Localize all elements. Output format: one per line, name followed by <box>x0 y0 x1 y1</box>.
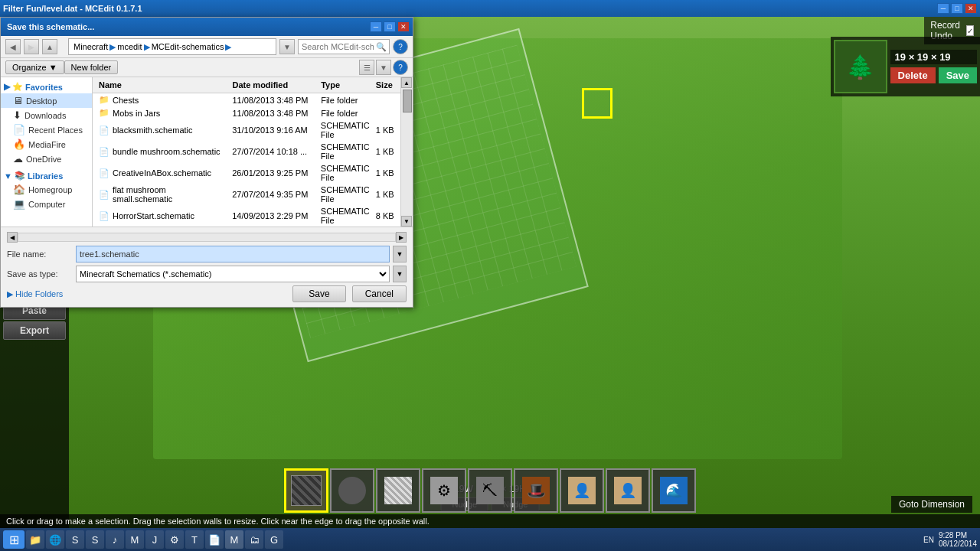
savetype-arrow[interactable]: ▼ <box>393 266 407 282</box>
breadcrumb-arrow[interactable]: ▼ <box>279 39 295 54</box>
file-row-date: 26/01/2013 9:25 PM <box>229 168 318 178</box>
start-button[interactable]: ⊞ <box>3 530 24 549</box>
col-name[interactable]: Name <box>93 79 229 91</box>
view-help[interactable]: ? <box>393 60 408 75</box>
hud-actions: Delete Save <box>890 67 977 83</box>
minimize-button[interactable]: ─ <box>937 3 949 14</box>
hud-delete-button[interactable]: Delete <box>890 67 936 83</box>
back-button[interactable]: ◀ <box>5 39 21 54</box>
hscroll-left[interactable]: ◀ <box>7 232 18 243</box>
taskbar-app4[interactable]: T <box>185 530 204 549</box>
hotbar-item-0 <box>291 475 322 506</box>
nav-mediafire[interactable]: 🔥 MediaFire <box>1 137 92 152</box>
view-options[interactable]: ▼ <box>376 60 391 75</box>
hotbar-item-8: 🌊 <box>660 477 688 504</box>
file-name-text: flat mushroom small.schematic <box>113 185 223 204</box>
taskbar-internet-explorer[interactable]: 🌐 <box>46 530 64 549</box>
nav-desktop[interactable]: 🖥 Desktop <box>1 93 92 108</box>
hotbar: ⚙ ⛏ 🎩 👤 👤 🌊 <box>284 468 696 513</box>
filename-input[interactable] <box>76 246 390 262</box>
hotbar-slot-2[interactable] <box>376 468 420 513</box>
file-row-name: 📄 HorrorStart.schematic <box>93 210 229 222</box>
homegroup-icon: 🏠 <box>13 184 25 195</box>
dialog-cancel-button[interactable]: Cancel <box>352 285 407 302</box>
file-row[interactable]: 📄 blacksmith.schematic 31/10/2013 9:16 A… <box>93 119 400 141</box>
taskbar-app2[interactable]: J <box>145 530 164 549</box>
hotbar-slot-6[interactable]: 👤 <box>560 468 604 513</box>
nav-onedrive[interactable]: ☁ OneDrive <box>1 152 92 166</box>
file-row-type: File folder <box>318 108 373 119</box>
taskbar-music[interactable]: ♪ <box>106 530 124 549</box>
hotbar-slot-4[interactable]: ⛏ <box>468 468 512 513</box>
close-button[interactable]: ✕ <box>965 3 977 14</box>
dialog-title-text: Save this schematic... <box>7 22 94 31</box>
taskbar-time: 9:28 PM <box>939 531 977 540</box>
favorites-star-icon: ⭐ <box>12 82 23 92</box>
list-scrollbar[interactable]: ▲ ▼ <box>400 77 413 227</box>
file-row[interactable]: 📄 bundle mushroom.schematic 27/07/2014 1… <box>93 141 400 162</box>
favorites-header[interactable]: ▶ ⭐ Favorites <box>1 80 92 93</box>
dialog-minimize[interactable]: ─ <box>370 21 382 32</box>
file-row[interactable]: 📄 CreativeInABox.schematic 26/01/2013 9:… <box>93 162 400 184</box>
file-row[interactable]: 📁 Chests 11/08/2013 3:48 PM File folder <box>93 93 400 106</box>
forward-button[interactable]: ▶ <box>24 39 39 54</box>
export-button[interactable]: Export <box>3 321 66 340</box>
dialog-maximize[interactable]: □ <box>384 21 396 32</box>
savetype-select[interactable]: Minecraft Schematics (*.schematic) <box>76 266 390 282</box>
dialog-toolbar2: Organize ▼ New folder ☰ ▼ ? <box>1 58 413 77</box>
scroll-up[interactable]: ▲ <box>401 77 412 88</box>
hotbar-slot-3[interactable]: ⚙ <box>422 468 466 513</box>
view-toggle[interactable]: ☰ <box>359 60 374 75</box>
libraries-header[interactable]: ▼ 📚 Libraries <box>1 169 92 182</box>
nav-downloads[interactable]: ⬇ Downloads <box>1 108 92 122</box>
breadcrumb-bar[interactable]: Minecraft ▶ mcedit ▶ MCEdit-schematics ▶ <box>68 38 276 55</box>
nav-recent-label: Recent Places <box>28 126 83 135</box>
up-button[interactable]: ▲ <box>42 39 57 54</box>
file-row[interactable]: 📁 Mobs in Jars 11/08/2013 3:48 PM File f… <box>93 106 400 119</box>
title-bar: Filter Fun/level.dat - MCEdit 0.1.7.1 ─ … <box>0 0 980 17</box>
dialog-save-button[interactable]: Save <box>292 285 345 302</box>
col-size[interactable]: Size <box>373 79 400 91</box>
hotbar-slot-8[interactable]: 🌊 <box>652 468 696 513</box>
col-date[interactable]: Date modified <box>229 79 318 91</box>
help-button[interactable]: ? <box>393 39 408 54</box>
file-row[interactable]: 📄 HorrorStart.schematic 14/09/2013 2:29 … <box>93 205 400 227</box>
hotbar-slot-5[interactable]: 🎩 <box>514 468 558 513</box>
maximize-button[interactable]: □ <box>951 3 963 14</box>
scroll-thumb[interactable] <box>403 90 412 112</box>
libraries-label: Libraries <box>28 171 63 181</box>
goto-dimension-button[interactable]: Goto Dimension <box>891 496 972 513</box>
record-undo-checkbox[interactable]: ✓ <box>966 25 974 36</box>
taskbar-app8[interactable]: G <box>265 530 283 549</box>
new-folder-button[interactable]: New folder <box>64 60 119 74</box>
nav-homegroup[interactable]: 🏠 Homegroup <box>1 182 92 197</box>
file-row-name: 📁 Mobs in Jars <box>93 107 229 119</box>
hotbar-slot-7[interactable]: 👤 <box>606 468 650 513</box>
taskbar-skype[interactable]: S <box>66 530 84 549</box>
taskbar-app3[interactable]: ⚙ <box>165 530 184 549</box>
hotbar-slot-1[interactable] <box>330 468 374 513</box>
taskbar-app5[interactable]: 📄 <box>205 530 224 549</box>
filename-arrow[interactable]: ▼ <box>393 246 407 262</box>
taskbar-mcedit[interactable]: M <box>225 530 243 549</box>
nav-computer[interactable]: 💻 Computer <box>1 197 92 211</box>
scroll-down[interactable]: ▼ <box>401 216 412 227</box>
file-row-size: 1 KB <box>373 125 400 135</box>
dialog-close[interactable]: ✕ <box>397 21 410 32</box>
savetype-row: Save as type: Minecraft Schematics (*.sc… <box>7 266 407 282</box>
taskbar-file-explorer[interactable]: 📁 <box>26 530 44 549</box>
taskbar-steam[interactable]: S <box>86 530 104 549</box>
hotbar-slot-0[interactable] <box>284 468 328 513</box>
dialog-nav-toolbar: ◀ ▶ ▲ Minecraft ▶ mcedit ▶ MCEdit-schema… <box>1 36 413 58</box>
taskbar-app7[interactable]: 🗂 <box>245 530 263 549</box>
nav-downloads-label: Downloads <box>24 111 66 120</box>
file-row[interactable]: 📄 flat mushroom small.schematic 27/07/20… <box>93 184 400 205</box>
organize-button[interactable]: Organize ▼ <box>5 60 64 74</box>
file-name-text: CreativeInABox.schematic <box>113 168 211 178</box>
hide-folders-toggle[interactable]: ▶ Hide Folders <box>7 289 63 299</box>
taskbar-app1[interactable]: M <box>126 530 144 549</box>
col-type[interactable]: Type <box>318 79 373 91</box>
nav-recent[interactable]: 📄 Recent Places <box>1 122 92 137</box>
hscroll-right[interactable]: ▶ <box>396 232 407 243</box>
hud-save-button[interactable]: Save <box>939 67 977 83</box>
